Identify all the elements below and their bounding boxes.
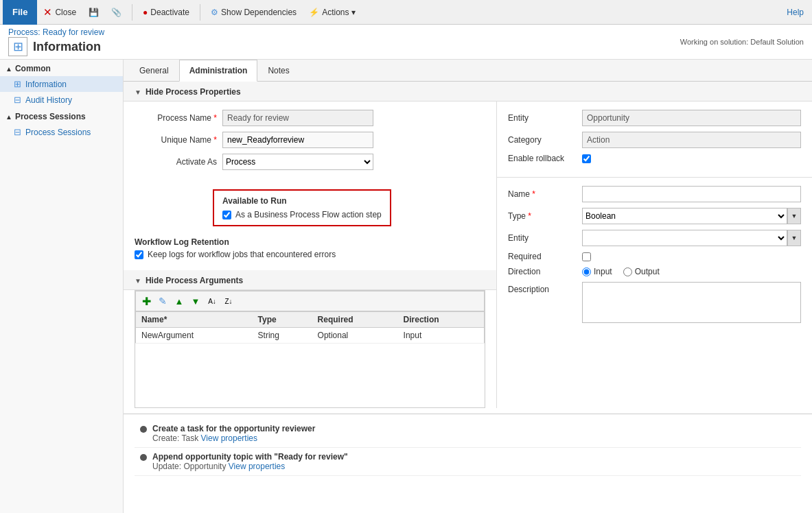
add-icon: ✚: [142, 295, 151, 308]
solution-text: Working on solution: Default Solution: [680, 38, 804, 46]
process-name-label: Process Name *: [135, 113, 217, 123]
arg-details-panel: Name * Type * Boolean: [497, 177, 812, 337]
attach-button[interactable]: 📎: [105, 3, 128, 22]
arg-entity-label: Entity: [508, 233, 577, 243]
direction-radio-group: Input Output: [582, 267, 660, 276]
arg-type-cell: String: [253, 328, 312, 344]
process-sessions-label: Process Sessions: [25, 128, 91, 137]
hide-process-arguments-header[interactable]: ▼ Hide Process Arguments: [124, 270, 496, 290]
main-layout: ▲ Common ⊞ Information ⊟ Audit History ▲…: [0, 60, 812, 513]
sort-za-button[interactable]: Z↓: [221, 294, 236, 309]
arg-description-label: Description: [508, 282, 577, 294]
step2-title: Append opportunity topic with "Ready for…: [152, 452, 796, 462]
help-link[interactable]: Help: [787, 8, 809, 17]
table-row[interactable]: NewArgument String Optional Input: [136, 328, 485, 344]
arg-description-row: Description: [508, 282, 801, 323]
right-panel-fields: Entity Category Enable rollback: [497, 102, 812, 177]
move-down-button[interactable]: ▼: [188, 294, 203, 309]
add-arg-button[interactable]: ✚: [139, 294, 154, 309]
unique-name-row: Unique Name *: [135, 132, 485, 148]
tab-administration[interactable]: Administration: [179, 60, 258, 82]
show-dependencies-label: Show Dependencies: [221, 8, 297, 17]
input-radio[interactable]: [582, 267, 591, 276]
arg-type-label: Type *: [508, 211, 577, 221]
col-type-header: Type: [253, 312, 312, 328]
workflow-log-label: Keep logs for workflow jobs that encount…: [148, 250, 336, 259]
process-properties-form: Process Name * Unique Name *: [124, 102, 496, 184]
dependencies-icon: ⚙: [211, 8, 218, 17]
col-required-header: Required: [312, 312, 398, 328]
arg-type-select[interactable]: Boolean String Integer Float Decimal Dat…: [582, 208, 787, 224]
available-to-run-container: Available to Run As a Business Process F…: [124, 184, 496, 237]
arg-description-textarea[interactable]: [582, 282, 801, 323]
edit-arg-button[interactable]: ✎: [155, 294, 170, 309]
file-button[interactable]: File: [3, 0, 37, 25]
workflow-step-1: Create a task for the opportunity review…: [135, 420, 801, 448]
col-name-header: Name*: [136, 312, 253, 328]
category-input: [582, 132, 801, 148]
tab-general[interactable]: General: [129, 60, 179, 82]
arg-entity-select[interactable]: [582, 230, 787, 246]
entity-select-wrapper: ▼: [582, 230, 801, 246]
deactivate-button[interactable]: ● Deactivate: [137, 3, 196, 22]
activate-as-select[interactable]: Process: [222, 154, 373, 170]
output-radio[interactable]: [623, 267, 632, 276]
output-label: Output: [635, 267, 660, 276]
workflow-area: Create a task for the opportunity review…: [124, 414, 812, 481]
arg-name-row: Name *: [508, 186, 801, 202]
process-sessions-arrow-icon: ▲: [5, 113, 12, 121]
move-up-button[interactable]: ▲: [172, 294, 187, 309]
save-button[interactable]: 💾: [82, 3, 105, 22]
sidebar-item-process-sessions[interactable]: ⊟ Process Sessions: [0, 124, 123, 140]
col-direction-header: Direction: [398, 312, 485, 328]
workflow-log-title: Workflow Log Retention: [135, 237, 485, 247]
type-select-wrapper: Boolean String Integer Float Decimal Dat…: [582, 208, 801, 224]
show-dependencies-button[interactable]: ⚙ Show Dependencies: [205, 3, 303, 22]
tabs: General Administration Notes: [124, 60, 812, 82]
step1-title: Create a task for the opportunity review…: [152, 424, 796, 433]
bpf-checkbox-row: As a Business Process Flow action step: [222, 210, 382, 219]
header-left: Process: Ready for review ⊞ Information: [8, 27, 104, 56]
entity-input[interactable]: [582, 110, 801, 126]
bpf-checkbox[interactable]: [222, 211, 231, 219]
unique-name-input[interactable]: [222, 132, 373, 148]
entity-select-arrow[interactable]: ▼: [787, 230, 801, 246]
main-split: Process Name * Unique Name *: [124, 102, 812, 408]
actions-button[interactable]: ⚡ Actions ▾: [303, 3, 362, 22]
sidebar-item-information[interactable]: ⊞ Information: [0, 76, 123, 92]
hide-pa-arrow-icon: ▼: [135, 277, 141, 285]
input-radio-label: Input: [582, 267, 612, 276]
common-section-header[interactable]: ▲ Common: [0, 60, 123, 76]
audit-icon: ⊟: [14, 95, 21, 105]
process-name-row: Process Name *: [135, 110, 485, 126]
sort-az-button[interactable]: A↓: [205, 294, 220, 309]
enable-rollback-checkbox[interactable]: [582, 154, 591, 163]
arg-type-row: Type * Boolean String Integer Float Deci…: [508, 208, 801, 224]
process-sessions-section-header[interactable]: ▲ Process Sessions: [0, 108, 123, 124]
hide-process-arguments-label: Hide Process Arguments: [146, 276, 243, 285]
separator1: [132, 4, 132, 21]
sidebar-item-audit-history[interactable]: ⊟ Audit History: [0, 92, 123, 108]
args-container: ✚ ✎ ▲ ▼ A↓: [135, 290, 485, 408]
workflow-log-section: Workflow Log Retention Keep logs for wor…: [124, 237, 496, 265]
hide-process-properties-header[interactable]: ▼ Hide Process Properties: [124, 82, 812, 102]
right-panel: Entity Category Enable rollback: [496, 102, 812, 408]
arg-required-checkbox[interactable]: [582, 252, 591, 261]
process-name-input[interactable]: [222, 110, 373, 126]
step2-view-properties[interactable]: View properties: [229, 462, 286, 471]
arg-name-cell: NewArgument: [136, 328, 253, 344]
process-sessions-icon: ⊟: [14, 127, 21, 137]
workflow-log-checkbox[interactable]: [135, 250, 143, 259]
arg-entity-row: Entity ▼: [508, 230, 801, 246]
close-button[interactable]: ✕ Close: [37, 3, 82, 22]
type-select-arrow[interactable]: ▼: [787, 208, 801, 224]
common-label: Common: [15, 64, 51, 73]
arg-required-row: Required: [508, 252, 801, 261]
step1-view-properties[interactable]: View properties: [201, 433, 258, 443]
hide-pp-arrow-icon: ▼: [135, 88, 141, 96]
information-nav-label: Information: [25, 80, 67, 89]
unique-name-label: Unique Name *: [135, 135, 217, 145]
arg-name-input[interactable]: [582, 186, 801, 202]
tab-notes[interactable]: Notes: [257, 60, 299, 82]
arg-direction-label: Direction: [508, 267, 577, 276]
